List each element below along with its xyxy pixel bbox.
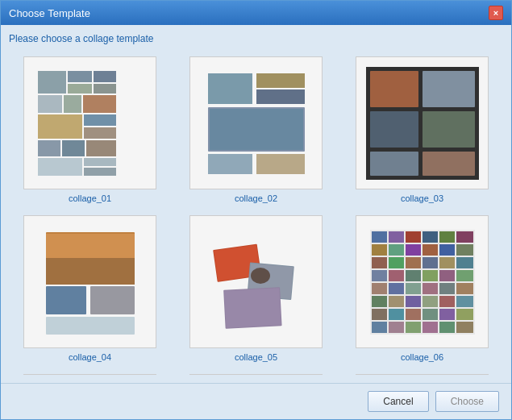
title-bar: Choose Template × bbox=[1, 1, 511, 25]
list-item[interactable]: collage_01 bbox=[13, 56, 167, 203]
svg-rect-9 bbox=[84, 114, 116, 126]
svg-rect-57 bbox=[372, 257, 387, 268]
svg-rect-46 bbox=[389, 231, 404, 243]
list-item[interactable] bbox=[345, 374, 499, 375]
svg-rect-60 bbox=[423, 257, 438, 268]
template-preview-05[interactable] bbox=[189, 215, 323, 348]
svg-rect-89 bbox=[406, 322, 421, 333]
list-item[interactable]: collage_04 bbox=[13, 215, 167, 362]
dialog-footer: Cancel Choose bbox=[1, 383, 511, 419]
svg-rect-1 bbox=[68, 71, 92, 82]
svg-rect-21 bbox=[210, 109, 303, 150]
svg-rect-32 bbox=[46, 234, 135, 258]
svg-rect-80 bbox=[456, 296, 473, 307]
svg-rect-49 bbox=[439, 231, 455, 243]
svg-rect-91 bbox=[439, 322, 455, 333]
svg-point-43 bbox=[251, 268, 270, 284]
close-button[interactable]: × bbox=[489, 6, 503, 20]
svg-rect-11 bbox=[38, 140, 60, 156]
svg-rect-19 bbox=[256, 89, 305, 104]
template-preview-01[interactable] bbox=[23, 56, 156, 189]
svg-rect-47 bbox=[406, 231, 421, 243]
svg-rect-66 bbox=[423, 270, 438, 281]
svg-rect-5 bbox=[38, 95, 62, 113]
svg-rect-64 bbox=[389, 270, 404, 281]
svg-rect-85 bbox=[439, 309, 455, 320]
list-item[interactable] bbox=[13, 374, 167, 375]
list-item[interactable] bbox=[179, 374, 333, 375]
template-label-05: collage_05 bbox=[235, 352, 277, 362]
dialog-window: Choose Template × Please choose a collag… bbox=[0, 0, 512, 420]
svg-rect-50 bbox=[456, 231, 473, 243]
choose-button[interactable]: Choose bbox=[435, 391, 499, 412]
svg-rect-27 bbox=[370, 111, 418, 148]
svg-rect-61 bbox=[439, 257, 455, 268]
svg-rect-28 bbox=[423, 111, 475, 148]
instruction-text: Please choose a collage template bbox=[9, 33, 503, 44]
template-preview-07[interactable] bbox=[23, 374, 156, 375]
svg-rect-84 bbox=[423, 309, 438, 320]
svg-rect-18 bbox=[256, 73, 305, 88]
svg-rect-81 bbox=[372, 309, 387, 320]
svg-rect-54 bbox=[423, 244, 438, 256]
svg-rect-6 bbox=[64, 95, 81, 113]
svg-rect-52 bbox=[389, 244, 404, 256]
svg-rect-15 bbox=[84, 158, 116, 166]
svg-rect-76 bbox=[389, 296, 404, 307]
svg-rect-67 bbox=[439, 270, 455, 281]
svg-rect-86 bbox=[456, 309, 473, 320]
svg-rect-4 bbox=[94, 84, 116, 94]
svg-rect-77 bbox=[406, 296, 421, 307]
template-preview-08[interactable] bbox=[189, 374, 323, 375]
svg-rect-88 bbox=[389, 322, 404, 333]
svg-rect-17 bbox=[208, 73, 252, 104]
svg-rect-33 bbox=[46, 258, 135, 285]
template-grid: collage_01 bbox=[9, 52, 503, 375]
svg-rect-83 bbox=[406, 309, 421, 320]
template-grid-container[interactable]: collage_01 bbox=[9, 52, 503, 375]
svg-rect-22 bbox=[208, 154, 252, 174]
svg-rect-0 bbox=[38, 71, 66, 94]
template-label-03: collage_03 bbox=[401, 193, 443, 203]
svg-rect-7 bbox=[83, 95, 116, 113]
svg-rect-59 bbox=[406, 257, 421, 268]
svg-rect-34 bbox=[46, 286, 86, 314]
svg-rect-12 bbox=[62, 140, 85, 156]
template-preview-06[interactable] bbox=[356, 215, 489, 348]
list-item[interactable]: collage_06 bbox=[345, 215, 499, 362]
template-preview-03[interactable] bbox=[356, 56, 489, 189]
svg-rect-58 bbox=[389, 257, 404, 268]
svg-rect-63 bbox=[372, 270, 387, 281]
svg-rect-69 bbox=[372, 283, 387, 294]
list-item[interactable]: collage_03 bbox=[345, 56, 499, 203]
svg-rect-90 bbox=[423, 322, 438, 333]
template-preview-04[interactable] bbox=[23, 215, 156, 348]
svg-rect-73 bbox=[439, 283, 455, 294]
svg-rect-74 bbox=[456, 283, 473, 294]
svg-rect-53 bbox=[406, 244, 421, 256]
svg-rect-78 bbox=[423, 296, 438, 307]
svg-rect-13 bbox=[86, 140, 116, 156]
svg-rect-87 bbox=[372, 322, 387, 333]
template-label-04: collage_04 bbox=[69, 352, 111, 362]
svg-rect-26 bbox=[423, 71, 475, 107]
list-item[interactable]: collage_05 bbox=[179, 215, 333, 362]
svg-rect-72 bbox=[423, 283, 438, 294]
svg-rect-16 bbox=[84, 168, 116, 176]
svg-rect-51 bbox=[372, 244, 387, 256]
svg-rect-70 bbox=[389, 283, 404, 294]
svg-rect-71 bbox=[406, 283, 421, 294]
svg-rect-30 bbox=[423, 152, 475, 176]
svg-rect-29 bbox=[370, 152, 418, 176]
svg-rect-2 bbox=[94, 71, 116, 82]
svg-rect-68 bbox=[456, 270, 473, 281]
template-preview-02[interactable] bbox=[189, 56, 323, 189]
template-label-06: collage_06 bbox=[401, 352, 443, 362]
cancel-button[interactable]: Cancel bbox=[368, 391, 428, 412]
list-item[interactable]: collage_02 bbox=[179, 56, 333, 203]
svg-rect-65 bbox=[406, 270, 421, 281]
svg-rect-62 bbox=[456, 257, 473, 268]
template-preview-09[interactable] bbox=[356, 374, 489, 375]
svg-rect-45 bbox=[372, 231, 387, 243]
svg-rect-82 bbox=[389, 309, 404, 320]
